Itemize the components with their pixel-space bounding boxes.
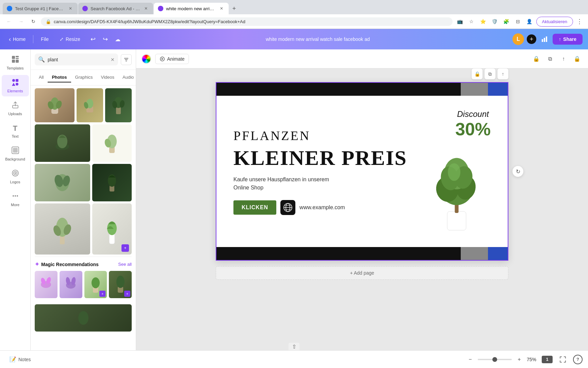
list-item[interactable]: + bbox=[84, 271, 107, 298]
new-tab-button[interactable]: + bbox=[229, 4, 239, 13]
tab-1-close[interactable]: ✕ bbox=[67, 5, 74, 12]
list-item[interactable] bbox=[92, 124, 132, 162]
list-item[interactable] bbox=[92, 164, 132, 201]
bottom-bar-dark bbox=[216, 247, 461, 260]
notes-button[interactable]: 📝 Notes bbox=[5, 354, 35, 365]
uploads-icon bbox=[12, 101, 19, 110]
tab-all[interactable]: All bbox=[35, 73, 48, 82]
file-menu[interactable]: File bbox=[37, 34, 52, 44]
canvas-scroll-area[interactable]: 🔒 ⧉ ↑ PFLANZEN KLEINER P bbox=[136, 68, 588, 355]
sidebar-item-uploads[interactable]: Uploads bbox=[2, 98, 29, 119]
menu-button[interactable]: ⋮ bbox=[575, 16, 584, 27]
zoom-out-button[interactable]: − bbox=[466, 355, 475, 364]
copy-button[interactable]: ⧉ bbox=[544, 53, 555, 64]
sidebar-item-more[interactable]: More bbox=[2, 189, 29, 210]
back-button[interactable]: ← bbox=[4, 17, 14, 26]
share-button[interactable]: ↑ Share bbox=[553, 34, 583, 45]
animate-button[interactable]: Animate bbox=[155, 54, 189, 64]
hide-panel-button[interactable]: 🔒 bbox=[572, 53, 583, 64]
list-item[interactable] bbox=[35, 88, 75, 122]
magic-rec-grid: + + bbox=[35, 271, 132, 298]
zoom-in-button[interactable]: + bbox=[514, 355, 524, 364]
list-item[interactable] bbox=[105, 88, 132, 122]
home-button[interactable]: ‹ Home bbox=[5, 34, 29, 45]
undo-button[interactable]: ↩ bbox=[88, 34, 99, 45]
filter-button[interactable] bbox=[121, 54, 132, 65]
tab-3[interactable]: white modern new arrival watc... ✕ bbox=[154, 3, 229, 14]
shield-icon[interactable]: 🛡️ bbox=[490, 17, 500, 26]
cast-button[interactable]: 📺 bbox=[455, 17, 465, 26]
color-circle[interactable] bbox=[142, 54, 151, 64]
tab-2-close[interactable]: ✕ bbox=[143, 5, 149, 12]
design-canvas[interactable]: PFLANZEN KLEINER PREIS Kaufe unsere Haus… bbox=[216, 82, 508, 261]
list-item[interactable] bbox=[35, 164, 90, 201]
tab-audio[interactable]: Audio bbox=[118, 73, 136, 82]
list-item[interactable]: + bbox=[92, 203, 132, 255]
add-to-cart-icon[interactable]: + bbox=[121, 244, 129, 252]
help-button[interactable]: ? bbox=[573, 355, 583, 364]
sidebar-item-background[interactable]: Background bbox=[2, 143, 29, 165]
tab-videos[interactable]: Videos bbox=[97, 73, 119, 82]
extensions-button[interactable]: 🧩 bbox=[502, 17, 511, 26]
tab-1-favicon bbox=[7, 6, 12, 11]
list-item[interactable] bbox=[60, 271, 82, 298]
tab-1[interactable]: Test Gruppe #1 | Facebook ✕ bbox=[3, 3, 78, 14]
sidebar-item-elements[interactable]: Elements bbox=[2, 75, 29, 96]
list-item[interactable] bbox=[77, 88, 103, 122]
copy-canvas-button[interactable]: ⧉ bbox=[485, 68, 495, 79]
plant-image bbox=[423, 145, 491, 233]
lock-canvas-button[interactable]: 🔒 bbox=[472, 68, 483, 79]
share-canvas-button[interactable]: ↑ bbox=[497, 68, 508, 79]
tab-2[interactable]: Search Facebook Ad - Canva ✕ bbox=[78, 3, 153, 14]
tab-3-close[interactable]: ✕ bbox=[218, 5, 225, 12]
cta-button[interactable]: KLICKEN bbox=[233, 200, 276, 215]
clear-icon[interactable]: ✕ bbox=[111, 57, 115, 62]
zoom-handle[interactable] bbox=[492, 357, 497, 362]
sidebar-item-logos[interactable]: Logos bbox=[2, 166, 29, 187]
list-item[interactable] bbox=[35, 124, 90, 162]
list-item[interactable] bbox=[35, 304, 132, 332]
list-item[interactable]: + bbox=[109, 271, 132, 298]
search-input[interactable] bbox=[48, 57, 108, 62]
lock-button[interactable]: 🔒 bbox=[531, 53, 542, 64]
tab-photos[interactable]: Photos bbox=[48, 73, 71, 82]
reload-button[interactable]: ↻ bbox=[29, 17, 38, 26]
fullscreen-button[interactable] bbox=[558, 355, 568, 364]
profile-button[interactable]: 👤 bbox=[525, 17, 534, 26]
globe-icon-button[interactable] bbox=[280, 200, 295, 215]
user-avatar[interactable]: L bbox=[512, 33, 524, 45]
canvas-actions: 🔒 ⧉ ↑ bbox=[472, 68, 508, 79]
text-label: Text bbox=[12, 134, 18, 138]
add-page-button[interactable]: + Add page bbox=[216, 266, 508, 280]
zoom-level-display[interactable]: 75% bbox=[527, 357, 536, 362]
sidebar-item-text[interactable]: T Text bbox=[2, 121, 29, 142]
tab-graphics[interactable]: Graphics bbox=[71, 73, 97, 82]
cart-icon[interactable]: + bbox=[99, 291, 105, 297]
collapse-panel-button[interactable]: ⇧ bbox=[289, 343, 299, 350]
forward-button[interactable]: → bbox=[16, 17, 26, 26]
resize-button[interactable]: ⤢ Resize bbox=[56, 34, 84, 44]
page-indicator[interactable]: 1 bbox=[542, 356, 553, 363]
list-item[interactable] bbox=[35, 203, 90, 255]
url-bar[interactable]: 🔒 canva.com/design/DAFD5-KX4F4/lup6hJW8u… bbox=[41, 17, 453, 26]
export-button[interactable]: ↑ bbox=[558, 53, 569, 64]
canvas-top-bar bbox=[216, 83, 508, 96]
sidebar-item-templates[interactable]: Templates bbox=[2, 52, 29, 74]
photo-row-2 bbox=[35, 124, 132, 162]
animate-label: Animate bbox=[167, 56, 184, 62]
refresh-canvas-button[interactable]: ↻ bbox=[512, 166, 523, 177]
add-collaborator-button[interactable]: + bbox=[527, 34, 536, 44]
svg-point-76 bbox=[448, 163, 460, 181]
list-item[interactable] bbox=[35, 271, 58, 298]
redo-button[interactable]: ↪ bbox=[100, 34, 111, 45]
bookmark-button[interactable]: ☆ bbox=[467, 17, 476, 26]
split-button[interactable]: ⊟ bbox=[513, 17, 523, 26]
star-button[interactable]: ⭐ bbox=[478, 17, 488, 26]
zoom-slider[interactable] bbox=[478, 359, 512, 360]
analytics-button[interactable] bbox=[539, 34, 550, 45]
see-all-button[interactable]: See all bbox=[118, 262, 132, 267]
aktualisieren-btn[interactable]: Aktualisieren bbox=[536, 17, 573, 27]
cloud-save-button[interactable]: ☁ bbox=[112, 34, 123, 45]
resize-label: Resize bbox=[66, 36, 80, 42]
cart-icon-2[interactable]: + bbox=[124, 291, 130, 297]
